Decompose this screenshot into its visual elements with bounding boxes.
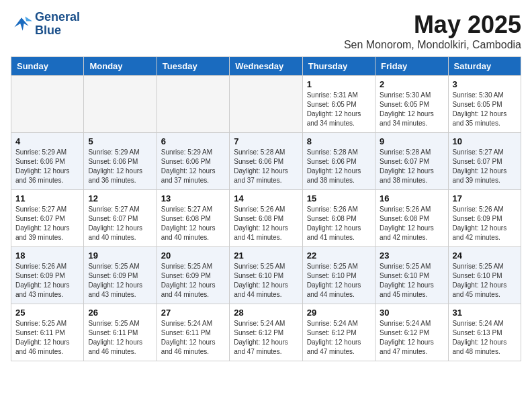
calendar-cell [230, 76, 302, 133]
calendar-week-row: 18Sunrise: 5:26 AM Sunset: 6:09 PM Dayli… [11, 247, 521, 304]
logo-text: General Blue [35, 11, 80, 38]
day-number: 24 [453, 250, 517, 261]
calendar-cell: 28Sunrise: 5:24 AM Sunset: 6:12 PM Dayli… [230, 304, 302, 361]
calendar-cell: 23Sunrise: 5:25 AM Sunset: 6:10 PM Dayli… [375, 247, 448, 304]
day-info: Sunrise: 5:26 AM Sunset: 6:08 PM Dayligh… [234, 205, 298, 242]
calendar-cell: 15Sunrise: 5:26 AM Sunset: 6:08 PM Dayli… [302, 190, 375, 247]
day-number: 2 [380, 79, 443, 89]
day-info: Sunrise: 5:28 AM Sunset: 6:06 PM Dayligh… [307, 148, 371, 185]
day-info: Sunrise: 5:29 AM Sunset: 6:06 PM Dayligh… [15, 148, 79, 185]
day-info: Sunrise: 5:25 AM Sunset: 6:09 PM Dayligh… [161, 262, 225, 300]
day-number: 29 [307, 308, 371, 318]
day-info: Sunrise: 5:25 AM Sunset: 6:11 PM Dayligh… [88, 319, 152, 357]
day-info: Sunrise: 5:25 AM Sunset: 6:09 PM Dayligh… [88, 262, 152, 300]
day-info: Sunrise: 5:27 AM Sunset: 6:07 PM Dayligh… [453, 148, 517, 185]
calendar-week-row: 11Sunrise: 5:27 AM Sunset: 6:07 PM Dayli… [11, 190, 521, 247]
day-info: Sunrise: 5:24 AM Sunset: 6:11 PM Dayligh… [161, 319, 225, 357]
calendar-cell: 7Sunrise: 5:28 AM Sunset: 6:06 PM Daylig… [230, 133, 302, 190]
day-number: 21 [234, 250, 298, 261]
weekday-header: Saturday [448, 57, 521, 76]
calendar-cell: 16Sunrise: 5:26 AM Sunset: 6:08 PM Dayli… [375, 190, 448, 247]
calendar-cell: 10Sunrise: 5:27 AM Sunset: 6:07 PM Dayli… [448, 133, 521, 190]
day-number: 20 [161, 250, 225, 261]
calendar-cell: 30Sunrise: 5:24 AM Sunset: 6:12 PM Dayli… [375, 304, 448, 361]
day-info: Sunrise: 5:24 AM Sunset: 6:12 PM Dayligh… [234, 319, 298, 357]
calendar-cell: 4Sunrise: 5:29 AM Sunset: 6:06 PM Daylig… [11, 133, 84, 190]
day-info: Sunrise: 5:29 AM Sunset: 6:06 PM Dayligh… [161, 148, 225, 185]
weekday-header: Monday [84, 57, 157, 76]
day-number: 25 [15, 308, 79, 318]
calendar-cell: 22Sunrise: 5:25 AM Sunset: 6:10 PM Dayli… [302, 247, 375, 304]
logo: General Blue [11, 11, 80, 38]
day-number: 31 [453, 308, 517, 318]
weekday-header: Friday [375, 57, 448, 76]
day-number: 10 [453, 136, 517, 146]
calendar-cell [84, 76, 157, 133]
calendar-cell: 19Sunrise: 5:25 AM Sunset: 6:09 PM Dayli… [84, 247, 157, 304]
day-info: Sunrise: 5:26 AM Sunset: 6:09 PM Dayligh… [453, 205, 517, 242]
day-number: 19 [88, 250, 152, 261]
weekday-header: Tuesday [157, 57, 229, 76]
day-number: 23 [380, 250, 443, 261]
calendar-title: May 2025 [344, 11, 521, 39]
calendar-cell: 27Sunrise: 5:24 AM Sunset: 6:11 PM Dayli… [157, 304, 229, 361]
day-number: 5 [88, 136, 152, 146]
calendar-cell: 26Sunrise: 5:25 AM Sunset: 6:11 PM Dayli… [84, 304, 157, 361]
calendar-cell: 8Sunrise: 5:28 AM Sunset: 6:06 PM Daylig… [302, 133, 375, 190]
day-info: Sunrise: 5:25 AM Sunset: 6:10 PM Dayligh… [453, 262, 517, 300]
day-info: Sunrise: 5:25 AM Sunset: 6:10 PM Dayligh… [234, 262, 298, 300]
weekday-header: Thursday [302, 57, 375, 76]
day-number: 28 [234, 308, 298, 318]
calendar-cell: 18Sunrise: 5:26 AM Sunset: 6:09 PM Dayli… [11, 247, 84, 304]
calendar-cell: 11Sunrise: 5:27 AM Sunset: 6:07 PM Dayli… [11, 190, 84, 247]
day-number: 11 [15, 193, 79, 203]
day-number: 26 [88, 308, 152, 318]
calendar-cell: 6Sunrise: 5:29 AM Sunset: 6:06 PM Daylig… [157, 133, 229, 190]
day-number: 14 [234, 193, 298, 203]
day-info: Sunrise: 5:27 AM Sunset: 6:08 PM Dayligh… [161, 205, 225, 242]
weekday-header: Sunday [11, 57, 84, 76]
calendar-cell: 29Sunrise: 5:24 AM Sunset: 6:12 PM Dayli… [302, 304, 375, 361]
day-number: 8 [307, 136, 371, 146]
day-number: 12 [88, 193, 152, 203]
day-number: 4 [15, 136, 79, 146]
day-number: 9 [380, 136, 443, 146]
day-info: Sunrise: 5:30 AM Sunset: 6:05 PM Dayligh… [453, 91, 517, 128]
calendar-cell: 1Sunrise: 5:31 AM Sunset: 6:05 PM Daylig… [302, 76, 375, 133]
day-info: Sunrise: 5:28 AM Sunset: 6:06 PM Dayligh… [234, 148, 298, 185]
day-info: Sunrise: 5:30 AM Sunset: 6:05 PM Dayligh… [380, 91, 443, 128]
day-number: 13 [161, 193, 225, 203]
day-number: 22 [307, 250, 371, 261]
weekday-header: Wednesday [230, 57, 302, 76]
day-number: 18 [15, 250, 79, 261]
day-info: Sunrise: 5:25 AM Sunset: 6:10 PM Dayligh… [307, 262, 371, 300]
calendar-cell: 5Sunrise: 5:29 AM Sunset: 6:06 PM Daylig… [84, 133, 157, 190]
calendar-cell: 17Sunrise: 5:26 AM Sunset: 6:09 PM Dayli… [448, 190, 521, 247]
calendar-cell [157, 76, 229, 133]
day-number: 6 [161, 136, 225, 146]
calendar-table: SundayMondayTuesdayWednesdayThursdayFrid… [11, 56, 521, 361]
day-info: Sunrise: 5:26 AM Sunset: 6:08 PM Dayligh… [380, 205, 443, 242]
day-number: 30 [380, 308, 443, 318]
day-number: 16 [380, 193, 443, 203]
day-info: Sunrise: 5:29 AM Sunset: 6:06 PM Dayligh… [88, 148, 152, 185]
calendar-subtitle: Sen Monorom, Mondolkiri, Cambodia [344, 39, 521, 51]
logo-icon [11, 15, 32, 34]
calendar-cell: 20Sunrise: 5:25 AM Sunset: 6:09 PM Dayli… [157, 247, 229, 304]
day-number: 3 [453, 79, 517, 89]
calendar-week-row: 1Sunrise: 5:31 AM Sunset: 6:05 PM Daylig… [11, 76, 521, 133]
day-info: Sunrise: 5:25 AM Sunset: 6:11 PM Dayligh… [15, 319, 79, 357]
calendar-cell: 12Sunrise: 5:27 AM Sunset: 6:07 PM Dayli… [84, 190, 157, 247]
page-header: General Blue May 2025 Sen Monorom, Mondo… [11, 11, 521, 51]
day-info: Sunrise: 5:25 AM Sunset: 6:10 PM Dayligh… [380, 262, 443, 300]
day-number: 27 [161, 308, 225, 318]
day-number: 17 [453, 193, 517, 203]
calendar-cell: 24Sunrise: 5:25 AM Sunset: 6:10 PM Dayli… [448, 247, 521, 304]
calendar-cell: 3Sunrise: 5:30 AM Sunset: 6:05 PM Daylig… [448, 76, 521, 133]
title-area: May 2025 Sen Monorom, Mondolkiri, Cambod… [344, 11, 521, 51]
calendar-week-row: 25Sunrise: 5:25 AM Sunset: 6:11 PM Dayli… [11, 304, 521, 361]
day-number: 1 [307, 79, 371, 89]
calendar-cell: 31Sunrise: 5:24 AM Sunset: 6:13 PM Dayli… [448, 304, 521, 361]
day-info: Sunrise: 5:27 AM Sunset: 6:07 PM Dayligh… [88, 205, 152, 242]
calendar-cell: 25Sunrise: 5:25 AM Sunset: 6:11 PM Dayli… [11, 304, 84, 361]
